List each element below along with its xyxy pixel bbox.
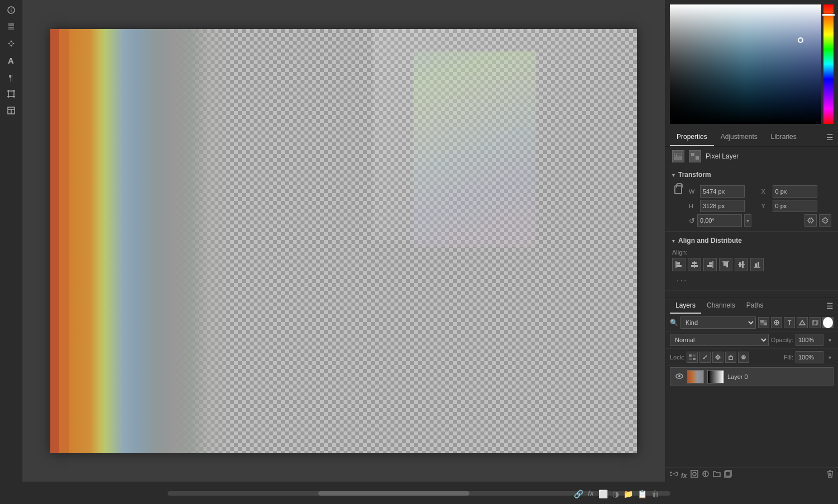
svg-marker-7 bbox=[8, 42, 15, 45]
svg-rect-55 bbox=[689, 358, 692, 360]
width-input[interactable] bbox=[700, 185, 745, 198]
align-center-v-button[interactable] bbox=[735, 258, 748, 271]
tab-paths[interactable]: Paths bbox=[741, 298, 769, 314]
svg-marker-6 bbox=[10, 40, 12, 47]
tab-adjustments[interactable]: Adjustments bbox=[714, 128, 764, 146]
lock-image-pixels-button[interactable] bbox=[699, 352, 711, 363]
layer-mask-thumbnail bbox=[707, 370, 724, 383]
link-layers-button[interactable] bbox=[670, 470, 678, 479]
pixel-layer-header: Pixel Layer bbox=[665, 147, 838, 166]
color-gradient-picker[interactable] bbox=[670, 4, 821, 124]
fill-input[interactable] bbox=[796, 351, 823, 363]
transform-section-header[interactable]: ▾ Transform bbox=[672, 171, 831, 179]
fx-bottom-icon[interactable]: fx bbox=[588, 489, 594, 498]
filter-type-button[interactable]: T bbox=[784, 317, 795, 328]
tab-channels[interactable]: Channels bbox=[701, 298, 741, 314]
canvas-area bbox=[22, 0, 665, 482]
add-mask-button[interactable] bbox=[691, 470, 698, 479]
align-center-h-button[interactable] bbox=[688, 258, 701, 271]
align-buttons-row bbox=[672, 258, 831, 271]
opacity-label: Opacity: bbox=[771, 337, 793, 343]
tab-properties[interactable]: Properties bbox=[670, 128, 714, 146]
svg-rect-36 bbox=[707, 265, 712, 267]
x-row: X bbox=[761, 185, 832, 198]
filter-shape-button[interactable] bbox=[797, 317, 808, 328]
more-options-button[interactable]: ... bbox=[672, 271, 831, 286]
align-bottom-button[interactable] bbox=[750, 258, 764, 271]
flip-vertical-button[interactable] bbox=[819, 214, 831, 227]
panel-menu-button[interactable]: ☰ bbox=[826, 133, 834, 142]
canvas-wrapper bbox=[50, 29, 637, 453]
artboard-tool-button[interactable] bbox=[2, 86, 20, 102]
table-tool-button[interactable] bbox=[2, 103, 20, 118]
tab-libraries[interactable]: Libraries bbox=[764, 128, 803, 146]
svg-rect-25 bbox=[696, 156, 699, 160]
height-input[interactable] bbox=[700, 200, 745, 212]
right-panel: Properties Adjustments Libraries ☰ bbox=[665, 0, 838, 482]
add-adjustment-button[interactable] bbox=[702, 470, 710, 479]
new-layer-button[interactable] bbox=[724, 470, 732, 479]
color-hue-bar[interactable] bbox=[823, 4, 834, 124]
svg-rect-42 bbox=[742, 261, 744, 268]
filter-adjustment-button[interactable] bbox=[771, 317, 782, 328]
lock-transparency-button[interactable] bbox=[687, 352, 698, 363]
lock-position-button[interactable] bbox=[712, 352, 723, 363]
paragraph-tool-button[interactable]: ¶ bbox=[2, 69, 20, 85]
svg-rect-48 bbox=[760, 323, 764, 325]
trash-bottom-icon[interactable]: 🗑 bbox=[651, 489, 659, 498]
pixel-layer-pixel-icon bbox=[689, 150, 701, 162]
svg-rect-52 bbox=[813, 320, 818, 324]
rotation-dropdown-button[interactable]: ▾ bbox=[744, 214, 751, 227]
lock-all-button[interactable] bbox=[738, 352, 749, 363]
filter-active-button[interactable] bbox=[822, 317, 834, 328]
svg-point-66 bbox=[678, 375, 680, 377]
layers-filter-row: 🔍 Kind bbox=[665, 314, 838, 332]
y-input[interactable] bbox=[773, 200, 817, 212]
svg-rect-39 bbox=[726, 262, 728, 267]
align-section-header[interactable]: ▾ Align and Distribute bbox=[672, 237, 831, 244]
align-left-button[interactable] bbox=[672, 258, 685, 271]
bottom-bar: 🔗 fx ⬜ ◑ 📁 📋 🗑 bbox=[0, 482, 838, 504]
type-tool-button[interactable]: A bbox=[2, 52, 20, 68]
layer-item[interactable]: Layer 0 bbox=[670, 367, 834, 386]
transform-grid: W X H Y bbox=[689, 185, 831, 212]
align-top-button[interactable] bbox=[719, 258, 732, 271]
mask-bottom-icon[interactable]: ⬜ bbox=[598, 489, 608, 498]
svg-rect-54 bbox=[693, 354, 696, 357]
opacity-input[interactable] bbox=[796, 334, 823, 346]
filter-pixel-button[interactable] bbox=[758, 317, 769, 328]
add-group-button[interactable] bbox=[713, 470, 721, 479]
adjustment-bottom-icon[interactable]: ◑ bbox=[612, 489, 619, 498]
bottom-toolbar-icons: 🔗 fx ⬜ ◑ 📁 📋 🗑 bbox=[574, 489, 659, 498]
align-right-button[interactable] bbox=[703, 258, 717, 271]
x-input[interactable] bbox=[773, 185, 817, 198]
rotation-input[interactable] bbox=[697, 214, 742, 227]
y-row: Y bbox=[761, 200, 832, 212]
lock-artboard-button[interactable] bbox=[725, 352, 736, 363]
flip-horizontal-button[interactable] bbox=[804, 214, 817, 227]
link-bottom-icon[interactable]: 🔗 bbox=[574, 489, 583, 498]
new-layer-bottom-icon[interactable]: 📋 bbox=[637, 489, 647, 498]
fx-button[interactable]: fx bbox=[681, 471, 687, 479]
filter-smartobj-button[interactable] bbox=[810, 317, 821, 328]
lock-proportions-button[interactable] bbox=[672, 183, 684, 196]
delete-layer-button[interactable] bbox=[827, 470, 834, 479]
search-icon: 🔍 bbox=[670, 319, 678, 327]
svg-rect-32 bbox=[692, 262, 697, 264]
layers-menu-button[interactable]: ☰ bbox=[826, 301, 834, 310]
layers-kind-select[interactable]: Kind bbox=[680, 316, 756, 329]
blend-mode-select[interactable]: Normal bbox=[670, 334, 769, 346]
move-tool-button[interactable] bbox=[2, 36, 20, 51]
info-tool-button[interactable]: i bbox=[2, 2, 20, 18]
rotation-icon: ↺ bbox=[689, 217, 695, 225]
layer-visibility-button[interactable] bbox=[675, 373, 684, 381]
svg-point-57 bbox=[706, 356, 707, 357]
tab-layers[interactable]: Layers bbox=[670, 298, 701, 314]
layers-filter-icons: T bbox=[758, 317, 834, 328]
svg-rect-67 bbox=[691, 471, 698, 477]
transform-inputs: W X H Y bbox=[689, 183, 831, 227]
type-column-tool-button[interactable] bbox=[2, 19, 20, 35]
main-layout: i A ¶ bbox=[0, 0, 838, 482]
folder-bottom-icon[interactable]: 📁 bbox=[623, 489, 633, 498]
layer-thumbnail bbox=[687, 370, 704, 383]
